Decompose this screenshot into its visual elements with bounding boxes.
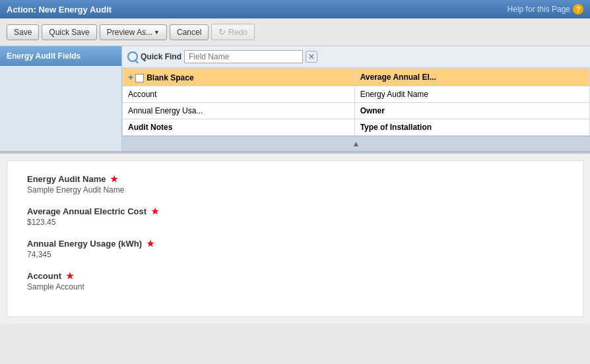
required-star-4: ★ [66, 271, 74, 281]
field-label-account: Account [27, 271, 61, 281]
required-star-2: ★ [151, 206, 159, 216]
sidebar-header: Energy Audit Fields [0, 46, 121, 66]
preview-label: Preview As... [107, 28, 152, 37]
field-cell-account[interactable]: Account [123, 86, 355, 103]
field-label: Energy Audit Name [360, 90, 428, 99]
field-cell-audit-notes[interactable]: Audit Notes [123, 119, 355, 136]
field-label: Owner [360, 106, 385, 115]
field-label-energy-audit: Energy Audit Name [27, 174, 106, 184]
quick-save-button[interactable]: Quick Save [42, 24, 96, 40]
cancel-button[interactable]: Cancel [170, 24, 209, 40]
toolbar: Save Quick Save Preview As... ▼ Cancel ↻… [0, 18, 590, 46]
help-link[interactable]: Help for this Page ? [508, 4, 583, 15]
collapse-handle[interactable]: ▲ [122, 136, 590, 151]
dropdown-arrow-icon: ▼ [154, 29, 160, 36]
preview-inner: Energy Audit Name ★ Sample Energy Audit … [7, 160, 583, 317]
field-label: Average Annual El... [360, 73, 436, 82]
table-row[interactable]: +Blank Space Average Annual El... [123, 69, 590, 86]
quick-find-label: Quick Find [141, 52, 181, 61]
redo-button: ↻ Redo [211, 24, 255, 40]
table-row[interactable]: Account Energy Audit Name [123, 86, 590, 103]
redo-icon: ↻ [218, 27, 226, 37]
preview-field-energy-audit-name: Energy Audit Name ★ Sample Energy Audit … [27, 174, 563, 195]
required-star: ★ [110, 174, 118, 184]
preview-field-avg-annual: Average Annual Electric Cost ★ $123.45 [27, 206, 563, 227]
field-label: Type of Installation [360, 123, 432, 132]
page-title: Action: New Energy Audit [7, 5, 112, 15]
field-cell-owner[interactable]: Owner [354, 103, 589, 119]
clear-search-button[interactable]: ✕ [306, 51, 317, 63]
field-label-annual-usage: Annual Energy Usage (kWh) [27, 239, 142, 249]
header-bar: Action: New Energy Audit Help for this P… [0, 0, 590, 18]
table-row[interactable]: Audit Notes Type of Installation [123, 119, 590, 136]
fields-section: Energy Audit Fields Quick Find ✕ +Blank … [0, 46, 590, 152]
search-icon [127, 51, 138, 62]
preview-as-button[interactable]: Preview As... ▼ [100, 24, 167, 40]
field-value-account: Sample Account [27, 282, 563, 291]
quick-find-bar: Quick Find ✕ [122, 46, 590, 68]
fields-panel: Quick Find ✕ +Blank Space Average Annual… [122, 46, 590, 151]
preview-section: Energy Audit Name ★ Sample Energy Audit … [0, 152, 590, 324]
field-checkbox [135, 74, 144, 82]
save-button[interactable]: Save [7, 24, 39, 40]
field-label: Audit Notes [128, 123, 172, 132]
collapse-arrow-icon: ▲ [352, 139, 360, 148]
field-value-annual-usage: 74,345 [27, 250, 563, 259]
quick-find-input[interactable] [184, 50, 303, 63]
preview-field-annual-usage: Annual Energy Usage (kWh) ★ 74,345 [27, 239, 563, 259]
field-label: Account [128, 90, 156, 99]
field-label-avg-annual: Average Annual Electric Cost [27, 206, 147, 216]
field-cell-energy-audit-name[interactable]: Energy Audit Name [354, 86, 589, 103]
table-row[interactable]: Annual Energy Usa... Owner [123, 103, 590, 119]
field-value-energy-audit: Sample Energy Audit Name [27, 185, 563, 195]
sidebar: Energy Audit Fields [0, 46, 122, 151]
field-cell-type-installation[interactable]: Type of Installation [354, 119, 589, 136]
field-label: Blank Space [147, 73, 193, 82]
help-icon: ? [573, 4, 583, 15]
field-value-avg-annual: $123.45 [27, 218, 563, 227]
fields-table: +Blank Space Average Annual El... Accoun… [122, 68, 590, 136]
required-star-3: ★ [147, 239, 154, 249]
field-label: Annual Energy Usa... [128, 106, 203, 115]
field-cell-avg-annual[interactable]: Average Annual El... [354, 69, 589, 86]
help-link-text: Help for this Page [508, 5, 570, 14]
field-cell-blank-space[interactable]: +Blank Space [123, 69, 355, 86]
add-icon: + [128, 72, 133, 82]
preview-field-account: Account ★ Sample Account [27, 271, 563, 291]
field-cell-annual-energy[interactable]: Annual Energy Usa... [123, 103, 355, 119]
redo-label: Redo [228, 28, 247, 37]
